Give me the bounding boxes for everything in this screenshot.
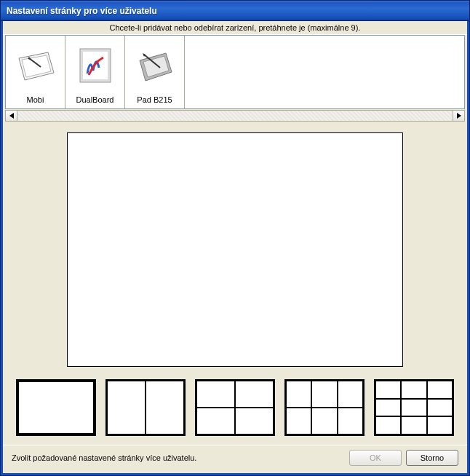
svg-marker-11	[457, 113, 461, 119]
layout-cell	[338, 381, 363, 408]
device-label: Mobi	[27, 95, 44, 104]
layout-cell	[235, 381, 274, 408]
layout-cell	[107, 381, 146, 435]
layout-cell	[235, 408, 274, 435]
scroll-track[interactable]	[17, 110, 453, 122]
device-strip-wrap: Mobi DualBoard	[3, 35, 467, 122]
dualboard-icon	[74, 39, 116, 94]
layout-9[interactable]	[374, 379, 454, 436]
footer: Zvolit požadované nastavené stránky více…	[3, 445, 467, 473]
layout-cell	[19, 382, 93, 433]
layout-2[interactable]	[105, 379, 186, 436]
layout-cell	[196, 408, 235, 435]
layout-cell	[375, 381, 401, 399]
chevron-left-icon	[9, 113, 14, 119]
layout-cell	[375, 416, 401, 435]
layout-cell	[338, 408, 363, 435]
layout-1[interactable]	[16, 379, 96, 436]
device-scrollbar[interactable]	[5, 109, 465, 122]
canvas-wrap	[10, 128, 460, 368]
instruction-text: Chcete-li pridávat nebo odebírat zarízen…	[3, 21, 467, 35]
layout-cell	[286, 408, 311, 435]
layout-cell	[311, 408, 337, 435]
device-label: Pad B215	[137, 95, 172, 104]
layout-cell	[427, 416, 453, 435]
content-area: Chcete-li pridávat nebo odebírat zarízen…	[1, 21, 469, 475]
device-mobi[interactable]: Mobi	[6, 36, 65, 108]
layout-cell	[146, 381, 184, 435]
scroll-left-button[interactable]	[5, 110, 17, 122]
layout-cell	[401, 381, 426, 399]
chevron-right-icon	[457, 113, 461, 119]
device-strip: Mobi DualBoard	[5, 35, 465, 109]
layout-cell	[401, 416, 426, 435]
scroll-right-button[interactable]	[453, 110, 465, 122]
mobi-icon	[15, 39, 57, 94]
layout-cell	[375, 399, 401, 417]
layout-4[interactable]	[195, 379, 275, 436]
layout-picker	[10, 368, 460, 442]
device-dualboard[interactable]: DualBoard	[65, 36, 125, 108]
svg-marker-10	[9, 113, 14, 119]
window-title: Nastavení stránky pro více uživatelu	[7, 6, 157, 16]
footer-hint: Zvolit požadované nastavené stránky více…	[12, 453, 345, 462]
titlebar[interactable]: Nastavení stránky pro více uživatelu	[1, 1, 469, 21]
layout-cell	[427, 399, 453, 417]
main-area	[3, 122, 467, 445]
cancel-button[interactable]: Storno	[406, 450, 458, 466]
layout-cell	[401, 399, 426, 417]
layout-cell	[196, 381, 235, 408]
layout-cell	[311, 381, 337, 408]
page-canvas[interactable]	[67, 132, 403, 367]
layout-cell	[427, 381, 453, 399]
layout-6[interactable]	[284, 379, 365, 436]
dialog-window: Nastavení stránky pro více uživatelu Chc…	[0, 0, 470, 476]
device-label: DualBoard	[76, 95, 114, 104]
svg-point-3	[28, 57, 30, 60]
ok-button[interactable]: OK	[349, 450, 402, 466]
device-padb215[interactable]: Pad B215	[125, 36, 185, 108]
layout-cell	[286, 381, 311, 408]
pad-icon	[134, 39, 176, 94]
